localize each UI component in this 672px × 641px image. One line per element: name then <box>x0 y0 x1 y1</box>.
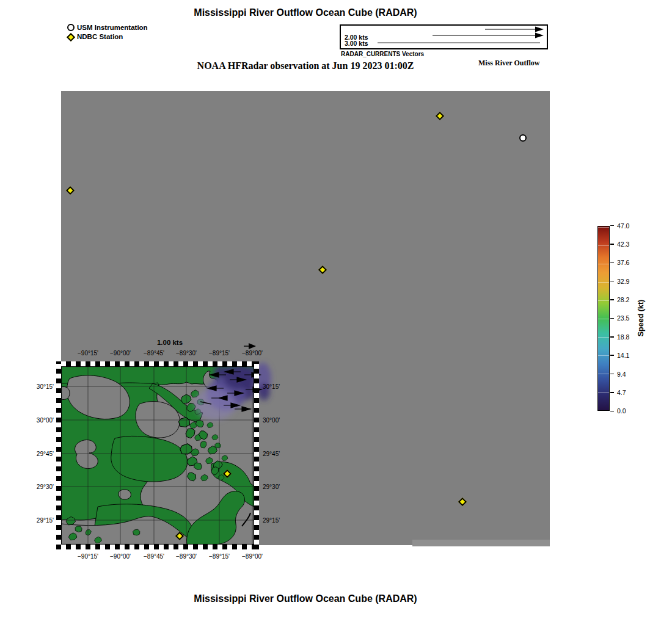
colorbar-tick: 9.4 <box>610 371 629 377</box>
lon-label-top: −90°00' <box>110 350 131 357</box>
colorbar-tick: 47.0 <box>610 222 629 229</box>
lon-label-top: −89°45' <box>144 350 164 357</box>
tick-value: 23.5 <box>617 314 629 322</box>
tick-mark <box>610 225 614 226</box>
colorbar-tick-labels: 47.042.337.632.928.223.518.814.19.44.70.… <box>610 222 629 415</box>
checker-border-bottom <box>56 545 259 549</box>
inset-map-area <box>61 366 254 545</box>
tick-mark <box>610 299 614 300</box>
checker-border-right <box>254 361 259 549</box>
colorbar-tick: 18.8 <box>610 333 629 340</box>
colorbar-tick: 0.0 <box>610 408 629 415</box>
lon-label-top: −89°30' <box>176 350 197 357</box>
colorbar-tick: 4.7 <box>610 389 629 396</box>
lat-label-right: 30°00' <box>263 417 280 424</box>
lon-label-bottom: −89°45' <box>144 553 164 560</box>
lat-label-right: 29°45' <box>263 451 280 457</box>
station-legend: USM Instrumentation NDBC Station <box>67 23 148 41</box>
tick-mark <box>610 281 614 282</box>
colorbar-tick: 42.3 <box>610 241 629 247</box>
tick-mark <box>610 244 614 245</box>
tick-value: 18.8 <box>617 333 629 341</box>
tick-value: 0.0 <box>617 407 626 415</box>
usm-station-marker <box>519 134 527 142</box>
tick-mark <box>610 392 614 393</box>
lon-label-top: −90°15' <box>78 350 98 357</box>
figure-canvas: Mississippi River Outflow Ocean Cube (RA… <box>0 0 672 641</box>
tick-value: 28.2 <box>617 296 629 303</box>
colorbar-tick: 37.6 <box>610 259 629 266</box>
speed-colorbar <box>597 226 610 411</box>
usm-circle-icon <box>67 24 75 31</box>
tick-mark <box>610 411 614 412</box>
tick-mark <box>610 374 614 375</box>
lon-label-bottom: −90°15' <box>78 553 98 560</box>
tick-value: 47.0 <box>617 222 629 230</box>
vector-scale-box: 2.00 kts 3.00 kts <box>340 24 548 49</box>
colorbar-tick: 14.1 <box>610 352 629 359</box>
tick-mark <box>610 336 614 338</box>
tick-value: 4.7 <box>617 389 626 396</box>
colorbar-tick-lines <box>598 226 609 410</box>
lat-label-right: 30°15' <box>263 383 280 390</box>
figure-title-top: Mississippi River Outflow Ocean Cube (RA… <box>0 7 611 18</box>
tick-mark <box>610 318 614 319</box>
vector-scale-3kt-label: 3.00 kts <box>345 40 368 47</box>
colorbar-tick: 23.5 <box>610 315 629 322</box>
legend-row-usm: USM Instrumentation <box>67 23 148 32</box>
vector-scale-caption: RADAR_CURRENTS Vectors <box>341 51 424 57</box>
tick-value: 32.9 <box>617 278 629 285</box>
tick-mark <box>610 355 614 356</box>
region-annotation: Miss River Outflow <box>478 59 576 68</box>
lat-label-left: 29°45' <box>37 451 54 457</box>
lon-label-bottom: −89°00' <box>242 553 263 560</box>
lon-label-bottom: −90°00' <box>110 553 131 560</box>
coastline-drawing <box>61 366 254 545</box>
legend-row-ndbc: NDBC Station <box>67 32 148 41</box>
inset-coastal-map <box>56 361 259 549</box>
legend-label-usm: USM Instrumentation <box>77 24 148 31</box>
colorbar-title: Speed (kt) <box>637 300 645 336</box>
tick-mark <box>610 263 614 264</box>
colorbar-tick: 32.9 <box>610 278 629 284</box>
lon-label-top: −89°15' <box>209 350 230 357</box>
figure-title-bottom: Mississippi River Outflow Ocean Cube (RA… <box>0 593 611 604</box>
vector-scale-arrows <box>341 26 544 46</box>
legend-label-ndbc: NDBC Station <box>77 33 123 40</box>
map-edge-strip <box>412 540 550 546</box>
lat-label-right: 29°15' <box>263 517 280 524</box>
checker-border-left <box>56 361 61 549</box>
inset-scale-label: 1.00 kts <box>147 339 193 346</box>
lat-label-right: 29°30' <box>263 483 280 490</box>
checker-border-top <box>56 361 259 366</box>
lon-label-top: −89°00' <box>242 350 263 357</box>
lat-label-left: 29°15' <box>37 517 54 524</box>
tick-value: 14.1 <box>617 352 629 359</box>
colorbar-tick: 28.2 <box>610 297 629 303</box>
tick-value: 37.6 <box>617 259 629 266</box>
lon-label-bottom: −89°30' <box>176 553 197 560</box>
lat-label-left: 30°15' <box>37 383 54 390</box>
lat-label-left: 30°00' <box>37 417 54 424</box>
lon-label-bottom: −89°15' <box>209 553 230 560</box>
tick-value: 42.3 <box>617 241 629 248</box>
tick-value: 9.4 <box>617 371 626 378</box>
lat-label-left: 29°30' <box>37 483 54 490</box>
ndbc-diamond-icon <box>67 32 75 41</box>
